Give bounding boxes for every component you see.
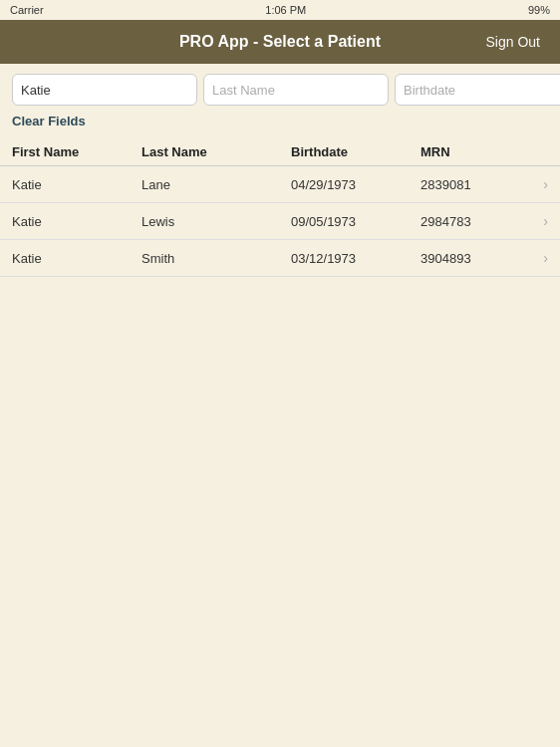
- clear-fields-button[interactable]: Clear Fields: [12, 114, 86, 128]
- time-label: 1:06 PM: [265, 4, 306, 16]
- search-area: Search Clear Fields: [0, 64, 560, 138]
- col-header-mrn: MRN: [420, 144, 548, 159]
- last-name-input[interactable]: [203, 74, 389, 106]
- page-title: PRO App - Select a Patient: [179, 33, 381, 51]
- table-row[interactable]: Katie Lewis 09/05/1973 2984783 ›: [0, 203, 560, 240]
- content-area: Search Clear Fields First Name Last Name…: [0, 64, 560, 747]
- patient-firstname: Katie: [12, 177, 141, 192]
- patient-lastname: Lewis: [141, 214, 291, 229]
- patient-mrn: 2984783: [420, 214, 543, 229]
- sign-out-button[interactable]: Sign Out: [478, 30, 548, 54]
- patient-lastname: Smith: [141, 251, 291, 266]
- birthdate-input[interactable]: [395, 74, 560, 106]
- patient-mrn: 3904893: [420, 251, 543, 266]
- patient-lastname: Lane: [141, 177, 291, 192]
- patient-table: Katie Lane 04/29/1973 2839081 › Katie Le…: [0, 166, 560, 277]
- chevron-right-icon: ›: [543, 250, 548, 266]
- patient-firstname: Katie: [12, 214, 141, 229]
- patient-birthdate: 04/29/1973: [291, 177, 420, 192]
- carrier-label: Carrier: [10, 4, 44, 16]
- patient-firstname: Katie: [12, 251, 141, 266]
- nav-bar: PRO App - Select a Patient Sign Out: [0, 20, 560, 64]
- table-header: First Name Last Name Birthdate MRN: [0, 138, 560, 166]
- first-name-input[interactable]: [12, 74, 197, 106]
- table-row[interactable]: Katie Lane 04/29/1973 2839081 ›: [0, 166, 560, 203]
- patient-mrn: 2839081: [420, 177, 543, 192]
- patient-birthdate: 09/05/1973: [291, 214, 420, 229]
- table-row[interactable]: Katie Smith 03/12/1973 3904893 ›: [0, 240, 560, 277]
- patient-birthdate: 03/12/1973: [291, 251, 420, 266]
- battery-label: 99%: [528, 4, 550, 16]
- search-inputs-row: Search: [12, 74, 548, 106]
- col-header-firstname: First Name: [12, 144, 141, 159]
- col-header-lastname: Last Name: [141, 144, 291, 159]
- col-header-birthdate: Birthdate: [291, 144, 420, 159]
- status-bar: Carrier 1:06 PM 99%: [0, 0, 560, 20]
- chevron-right-icon: ›: [543, 176, 548, 192]
- chevron-right-icon: ›: [543, 213, 548, 229]
